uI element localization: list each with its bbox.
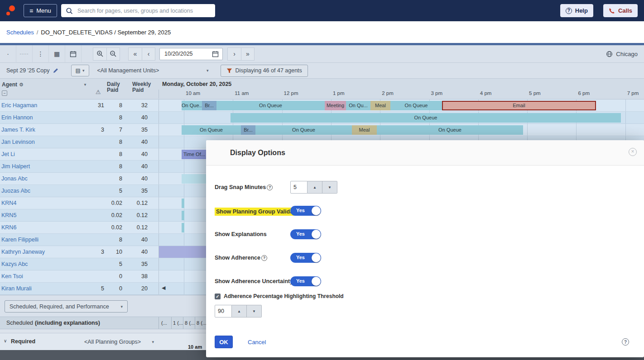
management-units-dropdown[interactable]: <All Management Units> ▾	[94, 65, 212, 76]
collapse-all-icon[interactable]: −	[2, 90, 7, 96]
schedule-bar-queue[interactable]	[182, 223, 184, 232]
schedule-bar-meal[interactable]: Meal	[352, 125, 377, 135]
alert-count-cell	[89, 112, 104, 123]
gear-icon[interactable]: ⚙	[19, 82, 24, 88]
expand-chevron-icon[interactable]: ∨	[4, 338, 7, 343]
close-icon[interactable]: ×	[629, 148, 637, 156]
drag-snap-input[interactable]	[290, 181, 308, 194]
agent-name-link[interactable]: Eric Hagaman	[0, 99, 89, 111]
threshold-input[interactable]	[215, 305, 232, 317]
timeline-cell[interactable]: On Queue	[159, 112, 644, 123]
schedule-bar-queue[interactable]: On Queue	[255, 125, 352, 135]
schedule-bar-queue[interactable]: On Queue	[390, 101, 442, 110]
increment-button[interactable]: ▲	[308, 181, 322, 194]
time-label: 12 pm	[284, 90, 298, 96]
alert-count-cell	[89, 234, 104, 246]
scheduled-cell: 8 (...	[195, 317, 207, 329]
agent-name-link[interactable]: Ken Tsoi	[0, 270, 89, 282]
previous-day-button[interactable]: ‹	[142, 47, 155, 61]
schedule-bar-meal[interactable]: Meal	[370, 101, 390, 110]
zoom-out-button[interactable]	[106, 47, 120, 61]
dialog-header: Display Options ×	[206, 140, 644, 166]
schedule-bar-queue_light[interactable]	[182, 174, 208, 184]
agent-name-link[interactable]: Juozas Abc	[0, 185, 89, 197]
agent-filter-button[interactable]: Displaying 46 of 47 agents	[221, 65, 308, 77]
grid-view-button[interactable]: ▦	[49, 45, 65, 63]
help-button[interactable]: ? Help	[560, 4, 593, 17]
date-input[interactable]	[163, 50, 209, 57]
activities-dots-button[interactable]: ·····	[16, 45, 33, 63]
schedule-bar-meeting[interactable]: Meeting	[325, 101, 346, 110]
schedule-bar-queue[interactable]: On Que...	[182, 101, 202, 110]
threshold-checkbox[interactable]: ✓	[215, 294, 221, 299]
schedule-bar-break[interactable]: Br...	[241, 125, 255, 135]
schedule-bar-queue[interactable]: On Qu...	[346, 101, 370, 110]
alert-count-cell: 31	[89, 99, 104, 111]
breadcrumb-schedules-link[interactable]: Schedules	[6, 29, 34, 36]
agent-name-link[interactable]: James T. Kirk	[0, 124, 89, 136]
calendar-icon[interactable]	[212, 51, 219, 57]
daily-paid-cell: 8	[104, 99, 122, 111]
schedule-bar-queue[interactable]: On Queue	[231, 113, 621, 123]
help-icon[interactable]: ?	[261, 255, 267, 261]
increment-button[interactable]: ▲	[232, 305, 247, 317]
toggle-show-planning-group-validation[interactable]: Yes	[290, 206, 321, 216]
schedule-bar-timeoff[interactable]: Time Of...	[182, 150, 208, 159]
agent-name-link[interactable]: Kathryn Janeway	[0, 246, 89, 258]
agent-name-link[interactable]: Karen Filippelli	[0, 234, 89, 246]
schedule-bar-queue[interactable]: On Queue	[182, 125, 241, 135]
help-icon[interactable]: ?	[267, 185, 273, 190]
last-page-button[interactable]: »	[241, 47, 255, 61]
single-dot-button[interactable]: ·	[0, 45, 16, 63]
timezone-selector[interactable]: Chicago	[606, 51, 638, 57]
agent-column-header[interactable]: Agent ⚙	[2, 81, 24, 88]
planning-groups-dropdown[interactable]: <All Planning Groups> ▾	[81, 336, 158, 348]
agent-name-link[interactable]: KRN5	[0, 209, 89, 221]
view-options-button[interactable]: ▤ ▾	[71, 65, 89, 76]
more-options-kebab-button[interactable]: ⋮	[33, 45, 49, 63]
daily-paid-cell: 0.02	[104, 222, 122, 233]
zoom-in-button[interactable]	[93, 47, 106, 61]
calls-button[interactable]: Calls	[603, 4, 638, 17]
sort-caret-icon[interactable]: ▼	[83, 83, 87, 87]
calendar-view-button[interactable]	[65, 45, 82, 63]
first-page-button[interactable]: «	[128, 47, 142, 61]
agent-name-link[interactable]: KRN4	[0, 197, 89, 209]
phone-icon	[609, 8, 615, 14]
agent-name-link[interactable]: Jet Li	[0, 148, 89, 160]
bottom-view-dropdown[interactable]: Scheduled, Required, and Performance ▾	[5, 300, 128, 313]
toggle-state-label: Yes	[296, 231, 305, 237]
agent-name-link[interactable]: KRN6	[0, 222, 89, 233]
schedule-bar-queue[interactable]	[182, 211, 184, 220]
toggle-show-adherence-uncertainty[interactable]: Yes	[290, 276, 321, 286]
date-picker	[159, 48, 223, 60]
schedule-bar-queue[interactable]	[182, 199, 184, 208]
schedule-bar-break[interactable]: Br...	[202, 101, 216, 110]
schedule-bar-email[interactable]: Email	[442, 101, 596, 110]
decrement-button[interactable]: ▼	[247, 305, 262, 317]
agent-name-link[interactable]: Jonas Abc	[0, 173, 89, 185]
agent-name-link[interactable]: Kazys Abc	[0, 258, 89, 270]
agent-name-link[interactable]: Kiran Murali	[0, 283, 89, 294]
decrement-button[interactable]: ▼	[322, 181, 337, 194]
toggle-knob	[312, 206, 321, 215]
schedule-bar-queue[interactable]: On Queue	[216, 101, 325, 110]
toggle-show-explanations[interactable]: Yes	[290, 229, 321, 239]
timeline-cell[interactable]: On Que...Br...On QueueMeetingOn Qu...Mea…	[159, 99, 644, 111]
daily-paid-header[interactable]: Daily Paid	[107, 81, 123, 93]
menu-button[interactable]: ≡ Menu	[24, 4, 57, 17]
agent-name-link[interactable]: Jan Levinson	[0, 136, 89, 148]
agent-name-link[interactable]: Jim Halpert	[0, 161, 89, 172]
dialog-help-icon[interactable]: ?	[622, 338, 629, 346]
edit-icon[interactable]	[53, 68, 58, 73]
toggle-show-adherence[interactable]: Yes	[290, 253, 321, 263]
cancel-link[interactable]: Cancel	[248, 339, 266, 346]
schedule-bar-queue[interactable]: On Queue	[377, 125, 523, 135]
search-input[interactable]	[77, 7, 211, 14]
timeline-cell[interactable]: On QueueBr...On QueueMealOn Queue	[159, 124, 644, 136]
weekly-paid-header[interactable]: Weekly Paid	[132, 81, 153, 93]
ok-button[interactable]: OK	[215, 336, 233, 348]
next-day-button[interactable]: ›	[227, 47, 241, 61]
agent-name-link[interactable]: Erin Hannon	[0, 112, 89, 123]
offscreen-left-icon[interactable]: ◀	[162, 285, 165, 291]
